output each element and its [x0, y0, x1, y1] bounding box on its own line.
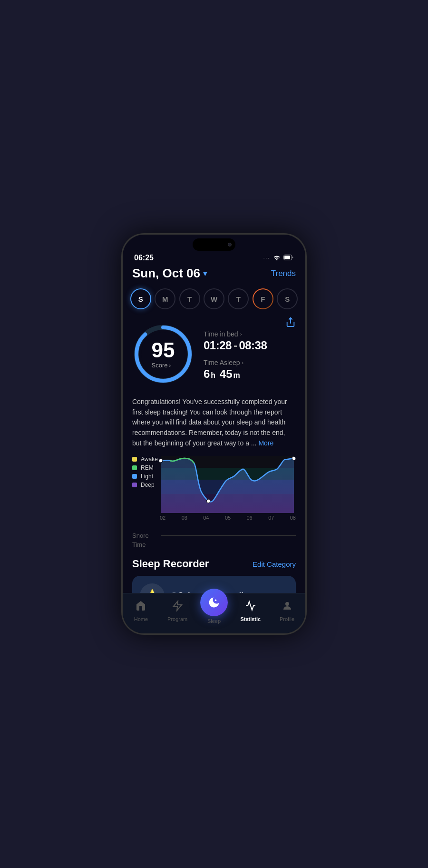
- time-label-03: 03: [182, 515, 187, 521]
- score-inner: 95 Score ›: [152, 340, 175, 369]
- day-friday[interactable]: F: [253, 288, 273, 309]
- description: Congratulations! You've successfully com…: [123, 395, 305, 456]
- legend-awake: Awake: [132, 456, 155, 463]
- camera-dot: [228, 243, 232, 247]
- snore-label: Snore: [132, 532, 157, 539]
- bottom-nav: Home Program Sleep: [123, 593, 305, 633]
- deep-dot: [132, 483, 137, 487]
- nav-home-label: Home: [134, 616, 148, 622]
- time-in-bed-label: Time in bed ›: [204, 330, 296, 338]
- svg-point-16: [285, 602, 289, 606]
- chart-svg: [159, 456, 296, 513]
- wifi-icon: [273, 254, 281, 262]
- phone-screen: 06:25 ··· Sun,: [123, 235, 305, 633]
- time-label-05: 05: [225, 515, 231, 521]
- nav-sleep-label: Sleep: [207, 618, 221, 624]
- nav-statistic-label: Statistic: [240, 616, 261, 622]
- day-monday[interactable]: M: [155, 288, 175, 309]
- chart-row: Awake REM Light Deep: [132, 456, 296, 513]
- time-label-04: 04: [203, 515, 209, 521]
- svg-rect-1: [284, 256, 290, 259]
- time-in-bed-value: 01:28-08:38: [204, 339, 296, 352]
- header: Sun, Oct 06 ▾ Trends: [123, 264, 305, 286]
- legend-rem: REM: [132, 464, 155, 471]
- svg-point-11: [159, 459, 163, 463]
- time-info: Time in bed › 01:28-08:38 Time Asleep › …: [204, 330, 296, 387]
- time-asleep-value: 6h 45m: [204, 367, 296, 381]
- nav-profile[interactable]: Profile: [269, 600, 305, 622]
- time-asleep-label: Time Asleep ›: [204, 359, 296, 366]
- day-saturday[interactable]: S: [277, 288, 298, 309]
- time-label-06: 06: [247, 515, 253, 521]
- more-link[interactable]: More: [258, 439, 273, 447]
- legend-deep: Deep: [132, 482, 155, 488]
- snore-line: [161, 535, 296, 536]
- awake-dot: [132, 457, 137, 462]
- legend-light: Light: [132, 473, 155, 480]
- svg-marker-14: [173, 601, 182, 611]
- nav-program[interactable]: Program: [159, 600, 196, 622]
- svg-point-13: [292, 456, 296, 460]
- score-label: Score ›: [152, 362, 175, 369]
- nav-statistic[interactable]: Statistic: [232, 600, 269, 622]
- share-button[interactable]: [285, 317, 296, 330]
- chart-time-row: Time: [123, 539, 305, 548]
- trends-button[interactable]: Trends: [271, 269, 296, 278]
- light-dot: [132, 474, 137, 479]
- edit-category-button[interactable]: Edit Category: [253, 560, 296, 568]
- time-label-07: 07: [268, 515, 274, 521]
- sleep-recorder-header: Sleep Recorder Edit Category: [123, 548, 305, 576]
- status-icons: ···: [263, 254, 294, 262]
- score-section: 95 Score › Time in bed › 01:28-08:38: [123, 317, 305, 395]
- chart-time-labels: 02 03 04 05 06 07 08: [132, 515, 296, 521]
- day-tuesday-1[interactable]: T: [179, 288, 200, 309]
- light-label: Light: [141, 473, 153, 480]
- dynamic-island: [193, 238, 235, 251]
- nav-program-label: Program: [167, 616, 187, 622]
- day-thursday[interactable]: T: [228, 288, 249, 309]
- sleep-chart: [159, 456, 296, 513]
- home-icon: [135, 600, 146, 614]
- nav-profile-label: Profile: [280, 616, 294, 622]
- score-number: 95: [152, 340, 175, 361]
- deep-label: Deep: [141, 482, 155, 488]
- sleep-button[interactable]: [200, 589, 228, 616]
- sleep-chart-section: Awake REM Light Deep: [123, 456, 305, 528]
- nav-sleep[interactable]: Sleep: [196, 598, 233, 624]
- nav-home[interactable]: Home: [123, 600, 159, 622]
- program-icon: [172, 600, 183, 614]
- time-in-bed-row[interactable]: Time in bed › 01:28-08:38: [204, 330, 296, 352]
- rem-dot: [132, 465, 137, 470]
- profile-icon: [282, 600, 293, 614]
- week-days: S M T W T F S: [123, 286, 305, 317]
- chart-legend: Awake REM Light Deep: [132, 456, 155, 488]
- phone-frame: 06:25 ··· Sun,: [121, 233, 307, 635]
- status-time: 06:25: [134, 254, 154, 262]
- battery-icon: [283, 254, 294, 262]
- awake-label: Awake: [141, 456, 158, 463]
- svg-point-15: [215, 600, 217, 602]
- time-asleep-row[interactable]: Time Asleep › 6h 45m: [204, 359, 296, 381]
- day-wednesday[interactable]: W: [204, 288, 224, 309]
- time-label-02: 02: [160, 515, 165, 521]
- rem-label: REM: [141, 464, 154, 471]
- day-sunday[interactable]: S: [130, 288, 151, 309]
- date-text: Sun, Oct 06: [132, 266, 200, 281]
- date-chevron: ▾: [203, 269, 207, 278]
- time-in-bed-chevron: ›: [240, 331, 242, 337]
- time-axis-label: Time: [132, 541, 155, 548]
- sleep-recorder-title: Sleep Recorder: [132, 558, 209, 570]
- time-asleep-chevron: ›: [242, 360, 244, 365]
- svg-point-12: [206, 499, 210, 503]
- score-chevron: ›: [169, 362, 171, 368]
- time-label-08: 08: [290, 515, 296, 521]
- signal-dots: ···: [263, 256, 270, 261]
- score-circle[interactable]: 95 Score ›: [132, 323, 194, 385]
- header-date[interactable]: Sun, Oct 06 ▾: [132, 266, 207, 281]
- snore-row: Snore: [123, 528, 305, 539]
- statistic-icon: [245, 600, 256, 614]
